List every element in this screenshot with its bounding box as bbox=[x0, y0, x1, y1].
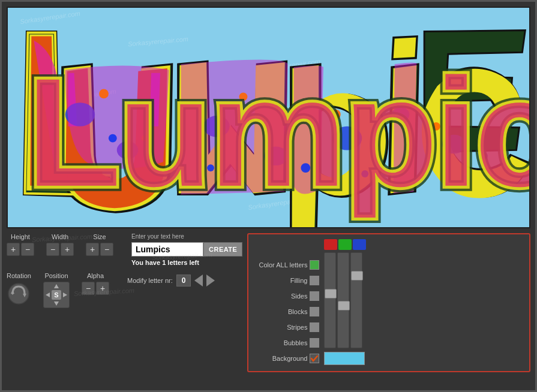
height-label: Height bbox=[11, 233, 30, 240]
text-input-row: CREATE bbox=[131, 242, 242, 257]
sides-row: Sides bbox=[253, 288, 319, 304]
b-slider-thumb[interactable] bbox=[351, 271, 363, 281]
letters-count: 1 bbox=[162, 259, 166, 266]
height-plus-btn[interactable]: + bbox=[7, 243, 20, 256]
blocks-swatch[interactable] bbox=[310, 307, 319, 316]
filling-row: Filling bbox=[253, 273, 319, 288]
compass-up-arrow bbox=[54, 284, 59, 288]
position-control: Position S bbox=[43, 272, 70, 308]
height-minus-btn[interactable]: − bbox=[21, 243, 34, 256]
alpha-label: Alpha bbox=[87, 272, 104, 279]
rotation-icon[interactable] bbox=[7, 282, 31, 306]
width-pm: − + bbox=[46, 243, 74, 256]
controls-area: Sorkasyrerepair.com Sorkasyrerepair.com … bbox=[2, 228, 535, 390]
size-pm: + − bbox=[86, 243, 113, 256]
r-slider-thumb[interactable] bbox=[325, 289, 337, 298]
filling-swatch[interactable] bbox=[310, 276, 319, 285]
bubbles-row: Bubbles bbox=[253, 335, 319, 351]
sides-swatch[interactable] bbox=[310, 291, 319, 301]
width-plus-btn[interactable]: + bbox=[61, 243, 74, 256]
modify-value: 0 bbox=[176, 275, 191, 287]
stripes-swatch[interactable] bbox=[310, 322, 319, 332]
modify-letter-row: Modify letter nr: 0 bbox=[127, 275, 215, 287]
size-label: Size bbox=[93, 233, 106, 240]
alpha-pm: − + bbox=[82, 282, 109, 295]
bubbles-label: Bubbles bbox=[253, 339, 307, 346]
color-preview[interactable] bbox=[324, 352, 365, 365]
canvas-area: Sorkasyrerepair.com Sorkasyrerepair.com … bbox=[7, 7, 530, 228]
stripes-row: Stripes bbox=[253, 319, 319, 335]
g-slider-thumb[interactable] bbox=[338, 301, 350, 310]
filling-label: Filling bbox=[253, 277, 307, 284]
color-labels-column: Color ALL letters Filling Sides Blocks bbox=[253, 239, 319, 366]
compass-left-arrow bbox=[46, 293, 50, 297]
color-all-swatch[interactable] bbox=[310, 260, 319, 270]
color-all-label: Color ALL letters bbox=[253, 261, 307, 269]
controls-row1: Height + − Width − + Size bbox=[7, 233, 242, 266]
size-plus-btn[interactable]: + bbox=[86, 243, 99, 256]
color-panel: Color ALL letters Filling Sides Blocks bbox=[247, 233, 530, 372]
sides-label: Sides bbox=[253, 293, 307, 300]
compass-down-arrow bbox=[54, 301, 59, 306]
checkmark-icon bbox=[310, 354, 319, 363]
width-label: Width bbox=[52, 233, 68, 240]
rgb-r-btn[interactable] bbox=[324, 239, 337, 250]
size-minus-btn[interactable]: − bbox=[100, 243, 113, 256]
modify-label: Modify letter nr: bbox=[127, 277, 173, 284]
rotation-control: Rotation bbox=[7, 272, 31, 306]
size-control: Size + − bbox=[86, 233, 113, 256]
background-checkbox[interactable] bbox=[310, 354, 319, 363]
text-input-area: Enter your text here CREATE You have 1 l… bbox=[131, 233, 242, 266]
modify-prev-btn[interactable] bbox=[194, 275, 203, 287]
alpha-plus-btn[interactable]: + bbox=[96, 282, 109, 295]
blocks-label: Blocks bbox=[253, 308, 307, 315]
background-label: Background bbox=[253, 355, 307, 362]
b-slider-track[interactable] bbox=[350, 252, 362, 348]
color-all-row: Color ALL letters bbox=[253, 257, 319, 273]
width-minus-btn[interactable]: − bbox=[46, 243, 59, 256]
create-button[interactable]: CREATE bbox=[203, 242, 242, 257]
r-slider-track[interactable] bbox=[324, 252, 336, 348]
sliders-container bbox=[324, 252, 366, 348]
letters-left: You have 1 letters left bbox=[131, 259, 242, 266]
position-compass[interactable]: S bbox=[43, 282, 70, 308]
modify-next-btn[interactable] bbox=[206, 275, 215, 287]
rgb-g-btn[interactable] bbox=[338, 239, 352, 250]
controls-row2: Rotation Position bbox=[7, 272, 242, 308]
compass-center: S bbox=[52, 290, 61, 300]
enter-text-label: Enter your text here bbox=[131, 233, 242, 240]
graffiti-display: Lumpics Lumpics Lumpics Lumpics bbox=[8, 8, 529, 227]
main-container: Sorkasyrerepair.com Sorkasyrerepair.com … bbox=[0, 0, 537, 392]
rgb-header bbox=[324, 239, 366, 250]
svg-text:Lumpics: Lumpics bbox=[26, 46, 529, 219]
graffiti-text-input[interactable] bbox=[131, 242, 203, 257]
g-slider-track[interactable] bbox=[337, 252, 349, 348]
background-row: Background bbox=[253, 351, 319, 366]
height-pm: + − bbox=[7, 243, 34, 256]
left-controls: Height + − Width − + Size bbox=[7, 233, 242, 308]
compass-right-arrow bbox=[63, 293, 67, 297]
position-label: Position bbox=[44, 272, 68, 279]
bubbles-swatch[interactable] bbox=[310, 338, 319, 348]
alpha-control: Alpha − + bbox=[82, 272, 109, 295]
blocks-row: Blocks bbox=[253, 304, 319, 319]
alpha-minus-btn[interactable]: − bbox=[82, 282, 95, 295]
width-control: Width − + bbox=[46, 233, 74, 256]
sliders-panel bbox=[324, 239, 366, 366]
height-control: Height + − bbox=[7, 233, 34, 256]
rgb-b-btn[interactable] bbox=[353, 239, 366, 250]
rotation-label: Rotation bbox=[7, 272, 31, 279]
stripes-label: Stripes bbox=[253, 324, 307, 331]
